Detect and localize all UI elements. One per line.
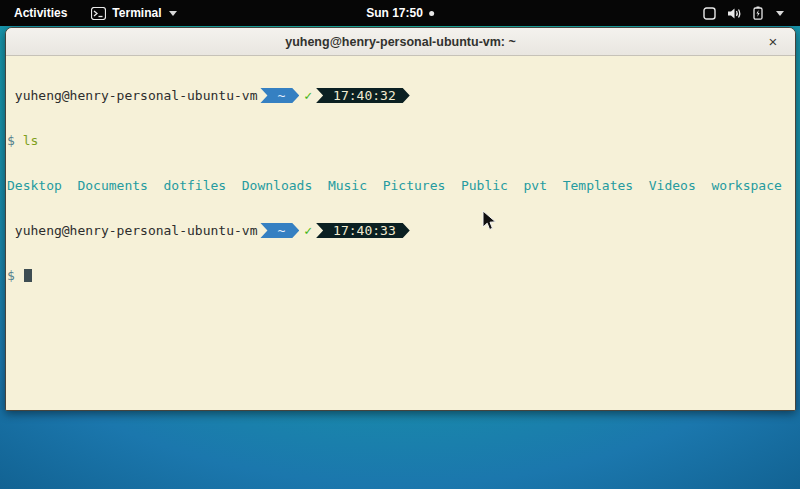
prompt-user-host: yuheng@henry-personal-ubuntu-vm	[7, 223, 257, 238]
directory-name: Documents	[77, 178, 147, 193]
powerline-time-segment: 17:40:32	[316, 88, 410, 103]
directory-name: Music	[328, 178, 367, 193]
directory-name: Templates	[563, 178, 633, 193]
prompt-line-1: yuheng@henry-personal-ubuntu-vm ~ ✓ 17:4…	[7, 88, 794, 103]
directory-name: Videos	[649, 178, 696, 193]
terminal-cursor	[24, 269, 32, 282]
window-title: yuheng@henry-personal-ubuntu-vm: ~	[6, 35, 795, 49]
volume-icon	[727, 7, 742, 20]
powerline-time-segment: 17:40:33	[316, 223, 410, 238]
system-status-menu[interactable]	[695, 0, 792, 26]
status-check-icon: ✓	[304, 223, 312, 238]
prompt-line-2: yuheng@henry-personal-ubuntu-vm ~ ✓ 17:4…	[7, 223, 794, 238]
powerline-path-segment: ~	[260, 88, 299, 103]
app-menu-terminal[interactable]: Terminal	[81, 0, 187, 26]
input-line: $	[7, 268, 794, 283]
directory-name: workspace	[711, 178, 781, 193]
notification-dot	[429, 11, 434, 16]
clock-button[interactable]: Sun 17:50	[358, 0, 442, 26]
terminal-icon	[91, 7, 106, 20]
ls-output-line: DesktopDocumentsdotfilesDownloadsMusicPi…	[7, 178, 794, 193]
directory-name: Desktop	[7, 178, 62, 193]
prompt-dollar: $	[7, 268, 15, 283]
terminal-window: yuheng@henry-personal-ubuntu-vm: ~ × yuh…	[5, 27, 796, 411]
window-titlebar[interactable]: yuheng@henry-personal-ubuntu-vm: ~ ×	[6, 28, 795, 56]
chevron-down-icon	[169, 11, 177, 16]
battery-charging-icon	[753, 6, 763, 20]
command-line: $ ls	[7, 133, 794, 148]
clock-label: Sun 17:50	[366, 6, 423, 20]
terminal-content[interactable]: yuheng@henry-personal-ubuntu-vm ~ ✓ 17:4…	[6, 56, 795, 410]
activities-button[interactable]: Activities	[0, 0, 81, 26]
directory-name: Downloads	[242, 178, 312, 193]
prompt-user-host: yuheng@henry-personal-ubuntu-vm	[7, 88, 257, 103]
activities-label: Activities	[14, 6, 67, 20]
status-check-icon: ✓	[304, 88, 312, 103]
app-menu-label: Terminal	[112, 6, 161, 20]
tablet-icon	[703, 7, 716, 20]
prompt-dollar: $	[7, 133, 15, 148]
top-bar: Activities Terminal Sun 17:50	[0, 0, 800, 26]
directory-name: pvt	[524, 178, 547, 193]
chevron-down-icon	[776, 11, 784, 16]
command-text: ls	[23, 133, 39, 148]
directory-name: Public	[461, 178, 508, 193]
close-button[interactable]: ×	[763, 32, 783, 52]
directory-name: Pictures	[383, 178, 446, 193]
directory-name: dotfiles	[164, 178, 227, 193]
powerline-path-segment: ~	[260, 223, 299, 238]
